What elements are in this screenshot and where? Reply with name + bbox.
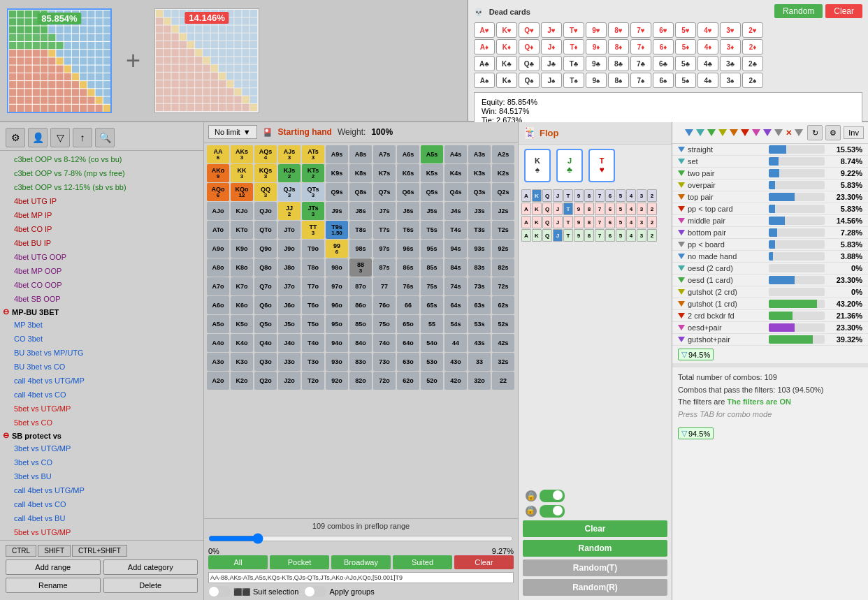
dead-card-7h[interactable]: 7♥ (630, 22, 651, 38)
dead-card-6d[interactable]: 6♦ (653, 39, 674, 54)
sidebar-item[interactable]: 4bet CO IP (0, 222, 203, 236)
matrix-cell-K9o[interactable]: K9o (231, 240, 253, 258)
matrix-cell-J4s[interactable]: J4s (444, 202, 467, 220)
flop-select-2c[interactable]: 2 (647, 229, 657, 242)
flop-select-Ac[interactable]: A (521, 229, 531, 242)
sidebar-item[interactable]: 5bet vs UTG/MP (0, 525, 203, 539)
matrix-cell-Q9o[interactable]: Q9o (254, 240, 277, 258)
dead-card-4c[interactable]: 4♣ (697, 56, 718, 71)
matrix-cell-A4s[interactable]: A4s (444, 145, 467, 163)
matrix-cell-97o[interactable]: 97o (326, 277, 348, 295)
matrix-cell-84o[interactable]: 84o (349, 334, 372, 352)
flop-select-5h[interactable]: 5 (616, 203, 625, 215)
matrix-cell-KQo[interactable]: KQo12 (231, 183, 253, 201)
matrix-cell-K8s[interactable]: K8s (349, 164, 372, 182)
clear-button-top[interactable]: Clear (825, 4, 862, 18)
sidebar-item[interactable]: c3bet OOP vs 12-15% (sb vs bb) (0, 180, 203, 194)
sidebar-item[interactable]: 4bet MP OOP (0, 264, 203, 278)
matrix-cell-K5o[interactable]: K5o (231, 315, 253, 333)
matrix-cell-55[interactable]: 55 (421, 315, 443, 333)
matrix-cell-A7s[interactable]: A7s (373, 145, 396, 163)
stat-row-gutshot-(1-crd)[interactable]: gutshot (1 crd)43.20% (672, 298, 868, 310)
stat-row-2-crd-bckdr-fd[interactable]: 2 crd bckdr fd21.36% (672, 310, 868, 322)
dead-card-5c[interactable]: 5♣ (675, 56, 696, 71)
matrix-cell-96s[interactable]: 96s (397, 240, 419, 258)
matrix-cell-J8o[interactable]: J8o (278, 258, 301, 277)
add-range-btn[interactable]: Add range (6, 559, 101, 575)
dead-card-4h[interactable]: 4♥ (697, 22, 718, 38)
flop-select-9s[interactable]: 9 (574, 189, 584, 202)
matrix-cell-AKs[interactable]: AKs3 (231, 145, 253, 163)
matrix-cell-93o[interactable]: 93o (326, 353, 348, 371)
matrix-cell-A8o[interactable]: A8o (207, 258, 229, 277)
dead-card-6h[interactable]: 6♥ (653, 22, 674, 38)
matrix-cell-33[interactable]: 33 (468, 353, 491, 371)
matrix-cell-Q7s[interactable]: Q7s (373, 183, 396, 201)
dead-card-8s[interactable]: 8♠ (608, 73, 629, 88)
matrix-cell-K6o[interactable]: K6o (231, 296, 253, 314)
matrix-cell-Q6s[interactable]: Q6s (397, 183, 419, 201)
dead-card-3h[interactable]: 3♥ (720, 22, 741, 38)
stat-row-top-pair[interactable]: top pair23.30% (672, 191, 868, 203)
matrix-cell-J6o[interactable]: J6o (278, 296, 301, 314)
flop-select-Td[interactable]: T (563, 216, 573, 228)
filter-tri-teal[interactable] (696, 129, 704, 136)
dead-card-Jh[interactable]: J♥ (541, 22, 562, 38)
stat-row-oesd-(2-card)[interactable]: oesd (2 card)0% (672, 263, 868, 275)
filter-tri-red[interactable] (741, 129, 749, 136)
matrix-cell-J3o[interactable]: J3o (278, 353, 301, 371)
dead-card-Td[interactable]: T♦ (563, 39, 584, 54)
dead-card-5h[interactable]: 5♥ (675, 22, 696, 38)
matrix-cell-KTo[interactable]: KTo (231, 221, 253, 239)
matrix-cell-JTs[interactable]: JTs3 (302, 202, 324, 220)
matrix-cell-85o[interactable]: 85o (349, 315, 372, 333)
dead-card-3s[interactable]: 3♠ (720, 73, 741, 88)
matrix-cell-52o[interactable]: 52o (421, 372, 443, 390)
matrix-cell-T8s[interactable]: T8s (349, 221, 372, 239)
matrix-cell-92o[interactable]: 92o (326, 372, 348, 390)
matrix-cell-86o[interactable]: 86o (349, 296, 372, 314)
share-icon[interactable]: ↑ (73, 128, 92, 147)
matrix-cell-98o[interactable]: 98o (326, 258, 348, 277)
filter-tri-blue[interactable] (685, 129, 693, 136)
matrix-cell-63o[interactable]: 63o (397, 353, 419, 371)
matrix-cell-Q2s[interactable]: Q2s (492, 183, 514, 201)
dead-card-As[interactable]: A♠ (474, 73, 495, 88)
dead-card-2c[interactable]: 2♣ (742, 56, 763, 71)
matrix-cell-T8o[interactable]: T8o (302, 258, 324, 277)
sidebar-item[interactable]: 4bet SB OOP (0, 292, 203, 306)
flop-select-Jd[interactable]: J (553, 216, 563, 228)
toggle-2[interactable] (540, 505, 565, 518)
filter-icon[interactable]: ▽ (50, 128, 70, 147)
filter-tri-green[interactable] (707, 129, 716, 136)
matrix-cell-53o[interactable]: 53o (421, 353, 443, 371)
matrix-cell-64o[interactable]: 64o (397, 334, 419, 352)
dead-card-Kd[interactable]: K♦ (496, 39, 517, 54)
matrix-cell-64s[interactable]: 64s (444, 296, 467, 314)
dead-card-Jc[interactable]: J♣ (541, 56, 562, 71)
stat-row-overpair[interactable]: overpair5.83% (672, 180, 868, 191)
matrix-cell-K9s[interactable]: K9s (326, 164, 348, 182)
matrix-cell-Q5s[interactable]: Q5s (421, 183, 443, 201)
flop-select-8s[interactable]: 8 (584, 189, 594, 202)
clear-flop-btn[interactable]: Clear (523, 520, 667, 537)
shift-btn[interactable]: SHIFT (38, 545, 71, 557)
matrix-cell-T5o[interactable]: T5o (302, 315, 324, 333)
matrix-cell-ATs[interactable]: ATs3 (302, 145, 324, 163)
matrix-cell-J9s[interactable]: J9s (326, 202, 348, 220)
matrix-cell-J7s[interactable]: J7s (373, 202, 396, 220)
flop-select-Ad[interactable]: A (521, 216, 531, 228)
flop-select-4c[interactable]: 4 (626, 229, 636, 242)
flop-select-7h[interactable]: 7 (595, 203, 605, 215)
dead-card-Qd[interactable]: Q♦ (519, 39, 540, 54)
sidebar-item[interactable]: call 4bet vs UTG/MP (0, 374, 203, 388)
flop-select-4d[interactable]: 4 (626, 216, 636, 228)
sidebar-item[interactable]: 4bet UTG IP (0, 194, 203, 208)
matrix-cell-AJs[interactable]: AJs3 (278, 145, 301, 163)
matrix-cell-63s[interactable]: 63s (468, 296, 491, 314)
stat-row-bottom-pair[interactable]: bottom pair7.28% (672, 227, 868, 239)
matrix-cell-A6s[interactable]: A6s (397, 145, 419, 163)
matrix-cell-T6o[interactable]: T6o (302, 296, 324, 314)
matrix-cell-76o[interactable]: 76o (373, 296, 396, 314)
matrix-cell-K4s[interactable]: K4s (444, 164, 467, 182)
